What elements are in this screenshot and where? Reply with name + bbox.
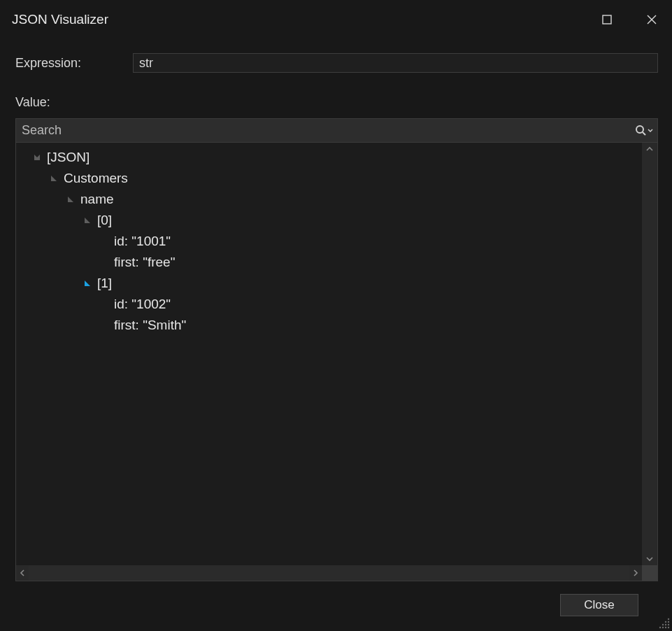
horizontal-scrollbar[interactable] bbox=[16, 565, 657, 581]
scrollbar-track[interactable] bbox=[29, 565, 629, 581]
tree-node-item-1[interactable]: [1] bbox=[16, 273, 642, 294]
tree-node-label: [JSON] bbox=[47, 150, 90, 165]
expression-input[interactable] bbox=[133, 53, 658, 73]
tree-node-name[interactable]: name bbox=[16, 189, 642, 210]
chevron-left-icon bbox=[20, 569, 25, 576]
expression-label: Expression: bbox=[15, 56, 133, 71]
search-icon bbox=[635, 125, 653, 137]
svg-point-14 bbox=[668, 627, 669, 628]
chevron-down-icon bbox=[646, 556, 653, 562]
footer: Close bbox=[15, 594, 658, 616]
svg-rect-0 bbox=[603, 15, 611, 24]
content-area: Expression: Value: Search bbox=[0, 53, 672, 616]
tree-node-customers[interactable]: Customers bbox=[16, 168, 642, 189]
svg-point-8 bbox=[662, 624, 664, 625]
scroll-down-button[interactable] bbox=[642, 553, 657, 565]
svg-point-5 bbox=[668, 618, 669, 620]
titlebar-controls bbox=[578, 0, 668, 39]
tree-node-label: [1] bbox=[97, 276, 112, 291]
tree-node-item-0[interactable]: [0] bbox=[16, 210, 642, 231]
vertical-scrollbar[interactable] bbox=[642, 143, 657, 565]
svg-point-11 bbox=[659, 627, 661, 628]
close-window-button[interactable] bbox=[636, 6, 668, 34]
scroll-left-button[interactable] bbox=[16, 565, 29, 581]
scroll-up-button[interactable] bbox=[642, 143, 657, 155]
svg-point-6 bbox=[665, 621, 666, 623]
titlebar: JSON Visualizer bbox=[0, 0, 672, 39]
expander-icon[interactable] bbox=[33, 153, 41, 162]
value-panel: Search [JSON] bbox=[15, 118, 658, 581]
resize-grip-icon[interactable] bbox=[658, 617, 671, 630]
svg-line-4 bbox=[643, 132, 645, 135]
tree-leaf[interactable]: first: "Smith" bbox=[16, 315, 642, 336]
svg-point-10 bbox=[668, 624, 669, 625]
search-button[interactable] bbox=[635, 125, 653, 137]
maximize-icon bbox=[602, 15, 612, 24]
tree-leaf[interactable]: id: "1002" bbox=[16, 294, 642, 315]
tree-leaf[interactable]: first: "free" bbox=[16, 252, 642, 273]
svg-point-13 bbox=[665, 627, 666, 628]
tree-leaf-label: id: "1001" bbox=[114, 234, 171, 249]
tree-leaf-label: first: "Smith" bbox=[114, 318, 186, 333]
expression-row: Expression: bbox=[15, 53, 658, 73]
scroll-right-button[interactable] bbox=[629, 565, 642, 581]
expander-icon[interactable] bbox=[66, 195, 75, 204]
svg-point-7 bbox=[668, 621, 669, 623]
search-bar[interactable]: Search bbox=[16, 119, 657, 143]
svg-point-12 bbox=[662, 627, 664, 628]
expander-icon-selected[interactable] bbox=[83, 279, 92, 288]
window-title: JSON Visualizer bbox=[12, 12, 578, 27]
tree-leaf-label: first: "free" bbox=[114, 255, 175, 270]
tree-leaf[interactable]: id: "1001" bbox=[16, 231, 642, 252]
search-placeholder: Search bbox=[22, 123, 635, 138]
tree-container: [JSON] Customers name bbox=[16, 143, 657, 565]
tree-node-label: Customers bbox=[64, 171, 128, 186]
tree-node-root[interactable]: [JSON] bbox=[16, 147, 642, 168]
close-icon bbox=[647, 15, 657, 24]
tree-leaf-label: id: "1002" bbox=[114, 297, 171, 312]
expander-icon[interactable] bbox=[83, 216, 92, 225]
value-label: Value: bbox=[15, 95, 658, 110]
close-button[interactable]: Close bbox=[560, 594, 638, 616]
expander-icon[interactable] bbox=[50, 174, 58, 183]
chevron-right-icon bbox=[633, 569, 638, 576]
tree-node-label: [0] bbox=[97, 213, 112, 228]
scrollbar-corner bbox=[642, 565, 657, 581]
maximize-button[interactable] bbox=[591, 6, 623, 34]
svg-point-3 bbox=[636, 126, 643, 133]
tree-content: [JSON] Customers name bbox=[16, 143, 642, 565]
tree-node-label: name bbox=[80, 192, 114, 207]
svg-point-9 bbox=[665, 624, 666, 625]
chevron-up-icon bbox=[646, 146, 653, 152]
